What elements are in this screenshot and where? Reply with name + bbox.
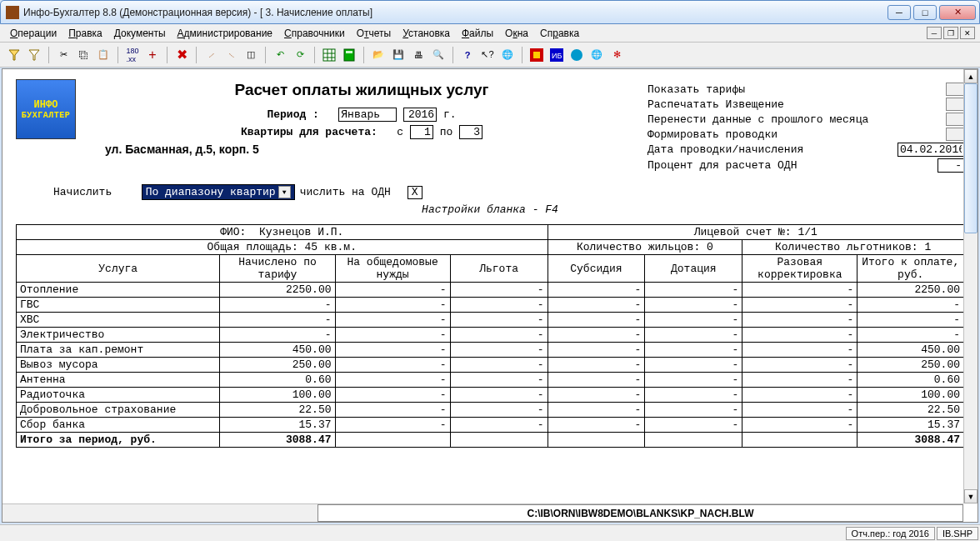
menu-edit[interactable]: Правка: [63, 26, 108, 41]
total-tariff: 3088.47: [220, 433, 335, 448]
mdi-minimize-button[interactable]: ─: [927, 27, 942, 39]
svg-text:ИБ: ИБ: [552, 52, 562, 60]
scroll-thumb[interactable]: [964, 83, 978, 233]
column-header: Итого к оплате, руб.: [858, 255, 964, 283]
table-row: ГВС-------: [17, 298, 964, 313]
show-tariffs-button[interactable]: [946, 83, 964, 96]
column-header: Льгота: [450, 255, 548, 283]
mdi-close-button[interactable]: ✕: [960, 27, 975, 39]
close-button[interactable]: ✕: [939, 5, 976, 20]
menu-help[interactable]: Справка: [535, 26, 584, 41]
table-row: Плата за кап.ремонт450.00-----450.00: [17, 343, 964, 358]
print-notice-button[interactable]: [946, 98, 964, 111]
ext3-icon[interactable]: [568, 46, 586, 64]
status-period: Отч.пер.: год 2016: [846, 527, 935, 540]
apartments-label: Квартиры для расчета:: [241, 126, 378, 138]
brush1-icon[interactable]: ⟋: [202, 46, 220, 64]
odn-checkbox[interactable]: X: [408, 186, 422, 199]
table-row: Антенна0.60-----0.60: [17, 373, 964, 388]
document-title: Расчет оплаты жилищных услуг: [76, 81, 648, 99]
filter1-icon[interactable]: [5, 46, 23, 64]
column-header: Дотация: [645, 255, 742, 283]
eraser-icon[interactable]: ◫: [242, 46, 260, 64]
svg-marker-1: [29, 50, 39, 60]
menu-files[interactable]: Файлы: [457, 26, 498, 41]
copy-icon[interactable]: ⿻: [74, 46, 92, 64]
menu-install[interactable]: Установка: [398, 26, 455, 41]
transfer-data-button[interactable]: [946, 113, 964, 126]
globe-icon[interactable]: 🌐: [498, 46, 517, 64]
undo-icon[interactable]: ↶: [271, 46, 289, 64]
delete-icon[interactable]: ✖: [172, 46, 191, 64]
posting-date-label: Дата проводки/начисления: [648, 143, 898, 156]
whatsthis-icon[interactable]: ↖?: [478, 46, 497, 64]
calc-mode-dropdown[interactable]: По диапазону квартир ▼: [142, 184, 295, 200]
from-input[interactable]: [410, 125, 433, 139]
logo: ИНФО БУХГАЛТЕР: [16, 79, 76, 139]
toolbar: ✂ ⿻ 📋 180.xx + ✖ ⟋ ⟍ ◫ ↶ ⟳ 📂 💾 🖶 🔍 ? ↖? …: [0, 43, 980, 68]
menu-reports[interactable]: Отчеты: [352, 26, 397, 41]
table-row: Радиоточка100.00-----100.00: [17, 388, 964, 403]
scroll-up-icon[interactable]: ▲: [964, 69, 978, 83]
table-row: Сбор банка15.37-----15.37: [17, 418, 964, 433]
cut-icon[interactable]: ✂: [54, 46, 72, 64]
menu-operations[interactable]: Операции: [5, 26, 62, 41]
app-icon: [6, 6, 19, 19]
form-postings-label: Формировать проводки: [648, 128, 946, 141]
table-row: Электричество-------: [17, 328, 964, 343]
vertical-scrollbar[interactable]: ▲ ▼: [963, 69, 978, 503]
mdi-restore-button[interactable]: ❐: [943, 27, 958, 39]
side-panel: Показать тарифы Распечатать Извещение Пе…: [648, 76, 964, 174]
print-icon[interactable]: 🖶: [409, 46, 428, 64]
plus-icon[interactable]: +: [143, 46, 162, 64]
menu-windows[interactable]: Окна: [500, 26, 533, 41]
odn-percent-input[interactable]: [938, 158, 964, 173]
table-row: Отопление2250.00-----2250.00: [17, 283, 964, 298]
ext5-icon[interactable]: ✻: [608, 46, 626, 64]
refresh-icon[interactable]: ⟳: [291, 46, 309, 64]
status-file: IB.SHP: [937, 527, 978, 540]
posting-date-input[interactable]: [898, 143, 964, 157]
menu-admin[interactable]: Администрирование: [172, 26, 278, 41]
brush2-icon[interactable]: ⟍: [222, 46, 240, 64]
menu-documents[interactable]: Документы: [109, 26, 171, 41]
form-postings-button[interactable]: [946, 128, 964, 141]
ext4-icon[interactable]: 🌐: [588, 46, 606, 64]
svg-marker-0: [9, 50, 19, 60]
svg-rect-10: [533, 52, 540, 58]
month-input[interactable]: [338, 108, 397, 122]
transfer-data-label: Перенести данные с прошлого месяца: [648, 113, 946, 126]
open-icon[interactable]: 📂: [369, 46, 388, 64]
paste-icon[interactable]: 📋: [94, 46, 112, 64]
menu-references[interactable]: Справочники: [279, 26, 350, 41]
scroll-down-icon[interactable]: ▼: [964, 489, 978, 503]
total-total: 3088.47: [858, 433, 964, 448]
svg-rect-2: [323, 49, 335, 61]
menubar: Операции Правка Документы Администрирова…: [0, 24, 980, 43]
ext1-icon[interactable]: [528, 46, 546, 64]
window-title: Инфо-Бухгалтер 8.8 (Демонстрационная вер…: [23, 7, 888, 18]
column-header: На общедомовые нужды: [335, 255, 450, 283]
table-row: Вывоз мусора250.00-----250.00: [17, 358, 964, 373]
residents-value: 0: [707, 241, 713, 253]
calc-label: Начислить: [53, 186, 112, 198]
show-tariffs-label: Показать тарифы: [648, 83, 946, 96]
filter2-icon[interactable]: [25, 46, 43, 64]
settings-hint: Настройки бланка - F4: [16, 203, 964, 216]
ext2-icon[interactable]: ИБ: [548, 46, 566, 64]
table-icon[interactable]: [320, 46, 338, 64]
column-header: Услуга: [17, 255, 220, 283]
minimize-button[interactable]: ─: [888, 5, 911, 20]
titlebar: Инфо-Бухгалтер 8.8 (Демонстрационная вер…: [0, 0, 980, 24]
preview-icon[interactable]: 🔍: [429, 46, 448, 64]
calc-icon[interactable]: [340, 46, 358, 64]
to-input[interactable]: [459, 125, 482, 139]
decimal-icon[interactable]: 180.xx: [123, 46, 142, 64]
column-header: Субсидия: [548, 255, 645, 283]
help-icon[interactable]: ?: [458, 46, 477, 64]
save-icon[interactable]: 💾: [389, 46, 408, 64]
maximize-button[interactable]: □: [913, 5, 937, 20]
year-input[interactable]: [403, 108, 437, 122]
document: ИНФО БУХГАЛТЕР Расчет оплаты жилищных ус…: [2, 69, 978, 503]
bottom-bar: C:\IB\ORN\IBW8DEMO\BLANKS\KP_NACH.BLW: [2, 503, 963, 522]
